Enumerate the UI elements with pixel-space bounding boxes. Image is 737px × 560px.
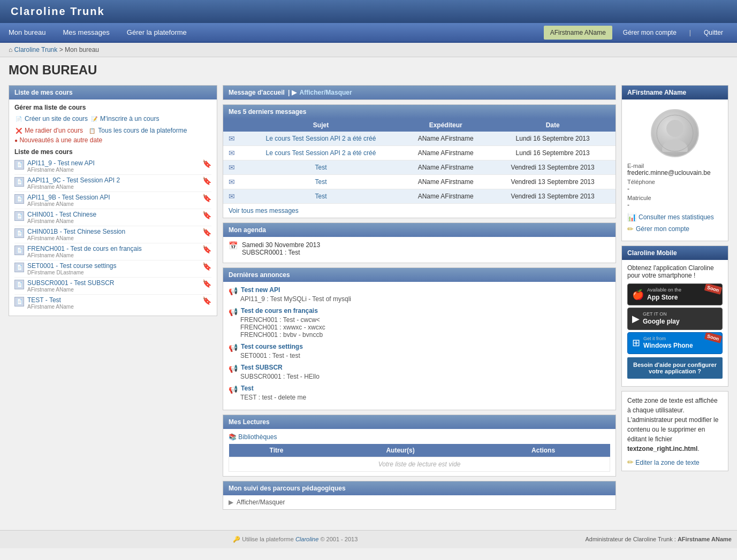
novelties-link[interactable]: Nouveautés à une autre date (19, 136, 102, 144)
course-link-4[interactable]: CHIN001B - Test Chinese Session (27, 228, 125, 235)
nav-manage-account[interactable]: Gérer mon compte (614, 24, 685, 42)
left-panel: Liste de mes cours Gérer ma liste de cou… (9, 85, 217, 514)
annonce-title-link-3[interactable]: Test SUBSCR (241, 364, 283, 371)
nav-mon-bureau[interactable]: Mon bureau (0, 23, 54, 42)
text-zone-filename: textzone_right.inc.html (627, 445, 697, 452)
user-section: AFirstname AName E-mail frederi (621, 85, 728, 241)
user-section-body: E-mail frederic.minne@uclouvain.be Télép… (622, 99, 728, 241)
mobile-header: Claroline Mobile (622, 246, 728, 260)
msg-date-cell-0: Lundi 16 Septembre 2013 (490, 132, 616, 146)
text-zone-section: Cette zone de texte est affichée à chaqu… (621, 391, 728, 471)
msg-envelope-icon-1: ✉ (229, 149, 235, 157)
footer-admin: Administrateur de Claroline Trunk : AFir… (586, 536, 732, 542)
breadcrumb-parent[interactable]: Claroline Trunk (14, 46, 58, 53)
footer-copy: © 2001 - 2013 (320, 536, 358, 542)
footer-brand[interactable]: Claroline (295, 536, 318, 542)
course-link-3[interactable]: CHIN001 - Test Chinese (27, 211, 96, 218)
bookmark-icon-8[interactable]: 🔖 (202, 296, 211, 305)
subscribe-course-link[interactable]: M'inscrire à un cours (100, 115, 159, 122)
account-link[interactable]: Gérer mon compte (636, 225, 689, 233)
annonce-title-link-4[interactable]: Test (241, 385, 254, 392)
msg-date-cell-4: Vendredi 13 Septembre 2013 (490, 189, 616, 204)
nav-quit[interactable]: Quitter (695, 24, 732, 42)
windows-phone-badge[interactable]: ⊞ Get it from Windows Phone Soon (627, 332, 723, 354)
msg-col-subject: Sujet (240, 119, 401, 132)
google-play-badge[interactable]: ▶ GET IT ON Google play (627, 308, 723, 329)
msg-col-sender: Expéditeur (401, 119, 490, 132)
novelties-icon: ● (14, 137, 18, 143)
nav-mes-messages[interactable]: Mes messages (54, 23, 118, 42)
course-link-2[interactable]: API11_9B - Test Session API (27, 194, 110, 201)
lectures-header: Mes Lectures (223, 415, 616, 429)
create-course-icon: 📄 (14, 114, 23, 123)
course-link-6[interactable]: SET0001 - Test course settings (27, 262, 117, 270)
course-link-8[interactable]: TEST - Test (27, 296, 61, 304)
nav-gerer-plateforme[interactable]: Gérer la plateforme (118, 23, 195, 42)
msg-envelope-icon-4: ✉ (229, 192, 235, 201)
msg-subject-cell-1: Le cours Test Session API 2 a été créé (240, 146, 401, 160)
annonce-details-2: SET0001 : Test - test (240, 352, 610, 359)
agenda-date: Samedi 30 Novembre 2013 (242, 241, 320, 249)
all-courses-link[interactable]: Tous les cours de la plateforme (98, 127, 187, 134)
unsubscribe-icon: ❌ (14, 126, 23, 135)
msg-subject-link-3[interactable]: Test (315, 178, 327, 186)
bookmark-icon-2[interactable]: 🔖 (202, 194, 211, 202)
parcours-toggle[interactable]: ▶ Afficher/Masquer (229, 498, 610, 506)
text-zone-content: Cette zone de texte est affichée à chaqu… (627, 396, 723, 454)
bookmark-icon-6[interactable]: 🔖 (202, 262, 211, 271)
bookmark-icon-4[interactable]: 🔖 (202, 228, 211, 236)
app-store-badge[interactable]: 🍎 Available on the App Store Soon (627, 283, 723, 305)
msg-envelope-icon-0: ✉ (229, 134, 235, 143)
lec-col-titre: Titre (229, 444, 324, 457)
bookmark-icon-5[interactable]: 🔖 (202, 245, 211, 254)
windows-line1: Get it from (643, 336, 693, 342)
bookmark-icon-1[interactable]: 🔖 (202, 177, 211, 185)
messages-section: Mes 5 derniers messages Sujet Expéditeur… (223, 104, 616, 218)
msg-subject-link-0[interactable]: Le cours Test Session API 2 a été créé (266, 135, 376, 142)
bookmark-icon-3[interactable]: 🔖 (202, 211, 211, 219)
msg-subject-link-4[interactable]: Test (315, 193, 327, 200)
course-icon: 📄 (14, 177, 24, 187)
help-button[interactable]: Besoin d'aide pour configurer votre appl… (627, 357, 723, 379)
annonce-title-link-1[interactable]: Test de cours en français (241, 307, 318, 314)
annonce-detail: TEST : test - delete me (240, 394, 610, 401)
course-link-1[interactable]: AAPI11_9C - Test Session API 2 (27, 177, 120, 184)
navbar: Mon bureau Mes messages Gérer la platefo… (0, 23, 737, 43)
bibliotheques-link[interactable]: Bibliothèques (238, 433, 277, 441)
course-link-7[interactable]: SUBSCR0001 - Test SUBSCR (27, 279, 115, 287)
unsubscribe-link[interactable]: Me radier d'un cours (25, 127, 83, 134)
lectures-empty-row: Votre liste de lecture est vide (229, 457, 610, 472)
course-icon: 📄 (14, 263, 24, 272)
lec-col-actions: Actions (477, 444, 610, 457)
msg-subject-link-1[interactable]: Le cours Test Session API 2 a été créé (266, 149, 376, 157)
edit-zone-link[interactable]: Editer la zone de texte (635, 459, 699, 466)
apple-logo: 🍎 (632, 289, 644, 301)
see-all-messages-link[interactable]: Voir tous mes messages (229, 207, 299, 214)
msg-icon-cell-4: ✉ (223, 189, 240, 204)
annonce-details-0: API11_9 : Test MySQLi - Test of mysqli (240, 295, 610, 303)
msg-col-date: Date (490, 119, 616, 132)
bookmark-icon-7[interactable]: 🔖 (202, 279, 211, 288)
mobile-section: Claroline Mobile Obtenez l'application C… (621, 246, 728, 387)
course-teacher-4: AFirstname AName (27, 235, 200, 241)
stats-link[interactable]: Consulter mes statistiques (639, 213, 714, 221)
main-content: Liste de mes cours Gérer ma liste de cou… (0, 80, 737, 519)
agenda-section: Mon agenda 📅 Samedi 30 Novembre 2013 SUB… (223, 223, 616, 263)
parcours-header: Mon suivi des parcours pédagogiques (223, 481, 616, 495)
annonce-title-link-2[interactable]: Test course settings (241, 343, 303, 350)
footer-admin-user: AFirstname AName (678, 536, 732, 542)
msg-subject-cell-3: Test (240, 175, 401, 189)
create-course-link[interactable]: Créer un site de cours (25, 115, 88, 122)
course-item: 📄 CHIN001B - Test Chinese Session AFirst… (14, 226, 211, 243)
annonce-title-link-0[interactable]: Test new API (241, 286, 280, 294)
annonces-section: Dernières annonces 📢 Test new API API11_… (223, 267, 616, 410)
manage-title: Gérer ma liste de cours (14, 104, 211, 111)
footer-utilise: Utilise la plateforme (242, 536, 294, 542)
toggle-welcome-link[interactable]: Afficher/Masquer (300, 89, 352, 96)
course-link-5[interactable]: FRENCH001 - Test de cours en français (27, 245, 142, 252)
bookmark-icon-0[interactable]: 🔖 (202, 159, 211, 168)
welcome-section: Message d'accueil | ▶ Afficher/Masquer (223, 85, 616, 100)
msg-subject-link-2[interactable]: Test (315, 164, 327, 171)
annonce-icon-4: 📢 (229, 385, 238, 394)
course-link-0[interactable]: API11_9 - Test new API (27, 159, 95, 167)
